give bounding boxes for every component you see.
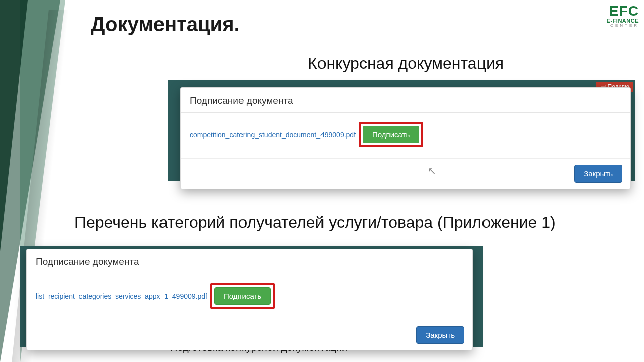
sign-button-2[interactable]: Подписать [214,287,271,305]
modal1-title: Подписание документа [181,88,630,113]
modal1-doc-link[interactable]: competition_catering_student_document_49… [190,131,356,139]
bg-accent [0,0,28,251]
sign-modal-1: Подписание документа competition_caterin… [180,87,631,189]
section1-subtitle: Конкурсная документация [308,54,504,73]
modal2-title: Подписание документа [27,249,472,274]
logo-line3: CENTER [607,24,639,28]
efc-logo: EFC E-FINANCE CENTER [607,4,639,28]
page-title: Документация. [91,13,240,36]
sign-highlight-1: Подписать [359,122,423,147]
close-button-2[interactable]: Закрыть [416,326,464,344]
sign-button-1[interactable]: Подписать [363,126,419,143]
modal2-doc-link[interactable]: list_recipient_categories_services_appx_… [36,292,207,300]
logo-line1: EFC [607,4,639,18]
sign-highlight-2: Подписать [210,283,275,309]
sign-modal-2: Подписание документа list_recipient_cate… [26,249,473,350]
close-button-1[interactable]: Закрыть [574,165,622,183]
section2-subtitle: Перечень категорий получателей услуги/то… [74,213,556,232]
cursor-icon: ↖ [428,165,436,176]
